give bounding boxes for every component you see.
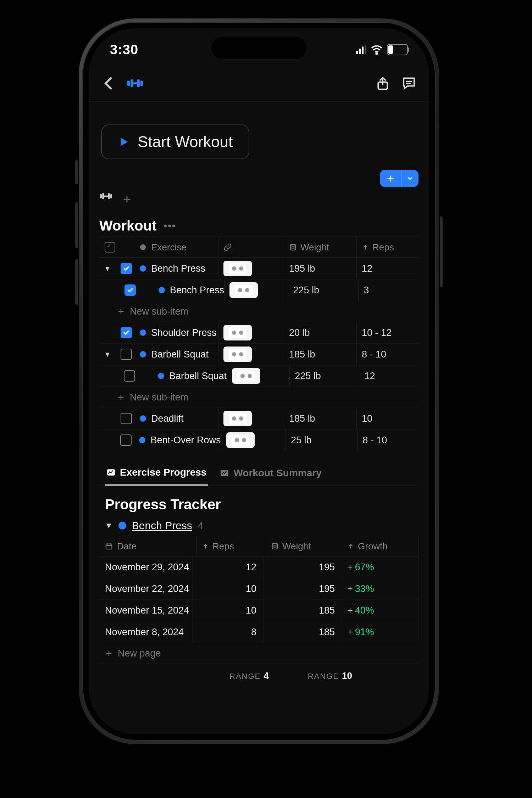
exercise-name: Shoulder Press — [151, 327, 217, 338]
chart-icon — [106, 468, 116, 477]
back-button[interactable] — [101, 76, 117, 91]
svg-rect-17 — [235, 285, 253, 295]
row-checkbox[interactable] — [120, 434, 132, 446]
dumbbell-icon[interactable] — [127, 76, 143, 91]
exercise-name: Barbell Squat — [169, 371, 227, 382]
table-header: Exercise Weight Reps — [99, 237, 419, 258]
table-row[interactable]: ▼Barbell Squat185 lb8 - 10 — [99, 344, 419, 365]
row-checkbox[interactable] — [124, 370, 135, 382]
exercise-name: Bench Press — [170, 285, 224, 296]
row-checkbox[interactable] — [121, 263, 132, 274]
column-weight[interactable]: Weight — [284, 237, 357, 257]
table-row[interactable]: Barbell Squat225 lb12 — [99, 365, 419, 387]
new-page-button[interactable]: New page — [99, 643, 419, 664]
exercise-thumbnail[interactable] — [226, 432, 255, 448]
tracker-growth: +67% — [342, 556, 419, 578]
tracker-growth: +40% — [342, 600, 419, 621]
tracker-row[interactable]: November 22, 202410195+33% — [99, 578, 419, 600]
new-sub-item-button[interactable]: New sub-item — [99, 301, 419, 322]
new-item-button[interactable] — [380, 170, 419, 187]
start-workout-label: Start Workout — [138, 133, 233, 151]
tracker-group-header[interactable]: ▼ Bench Press 4 — [99, 520, 419, 532]
reps-value: 3 — [364, 285, 369, 296]
tracker-column-weight[interactable]: Weight — [266, 536, 342, 556]
progress-tracker-title: Progress Tracker — [105, 497, 419, 512]
svg-rect-29 — [229, 413, 246, 424]
comments-button[interactable] — [401, 76, 417, 91]
svg-point-25 — [239, 352, 243, 356]
tracker-reps: 10 — [193, 600, 264, 621]
add-view-button[interactable] — [122, 194, 132, 204]
tracker-row[interactable]: November 29, 202412195+67% — [99, 556, 419, 578]
weight-value: 185 lb — [289, 413, 315, 424]
column-reps[interactable]: Reps — [357, 237, 419, 257]
table-row[interactable]: Deadlift185 lb10 — [99, 408, 419, 430]
svg-point-34 — [242, 438, 246, 442]
svg-rect-20 — [229, 327, 246, 338]
svg-point-31 — [239, 416, 243, 421]
exercise-thumbnail[interactable] — [229, 282, 258, 298]
row-checkbox[interactable] — [121, 349, 132, 360]
stack-icon — [289, 243, 297, 251]
status-bar: 3:30 24 — [89, 28, 429, 66]
exercise-thumbnail[interactable] — [232, 368, 260, 384]
svg-rect-10 — [108, 193, 110, 199]
battery-indicator: 24 — [387, 44, 408, 55]
row-checkbox[interactable] — [121, 413, 132, 424]
exercise-name: Bent-Over Rows — [150, 435, 221, 446]
svg-point-13 — [290, 244, 296, 246]
svg-rect-9 — [104, 195, 108, 197]
chart-icon — [220, 469, 229, 478]
exercise-thumbnail[interactable] — [223, 347, 252, 362]
table-row[interactable]: Shoulder Press20 lb10 - 12 — [99, 322, 419, 344]
exercise-thumbnail[interactable] — [223, 261, 252, 276]
table-row[interactable]: Bent-Over Rows25 lb8 - 10 — [99, 430, 419, 451]
status-dot-icon — [159, 287, 165, 293]
tracker-column-date[interactable]: Date — [99, 536, 197, 556]
start-workout-button[interactable]: Start Workout — [101, 124, 249, 159]
row-checkbox[interactable] — [124, 284, 136, 296]
row-checkbox[interactable] — [121, 327, 132, 338]
range-footer: RANGE4 RANGE10 — [99, 670, 419, 681]
tracker-column-reps[interactable]: Reps — [197, 536, 266, 556]
status-dot-icon — [158, 373, 164, 379]
section-menu[interactable]: ••• — [164, 220, 176, 232]
reps-value: 8 - 10 — [362, 349, 386, 360]
chevron-down-icon[interactable] — [401, 170, 419, 187]
column-exercise[interactable]: Exercise — [137, 237, 218, 257]
svg-point-12 — [140, 244, 146, 250]
weight-value: 225 lb — [295, 371, 321, 382]
phone-frame: 3:30 24 — [78, 18, 440, 745]
tracker-row[interactable]: November 8, 20248185+91% — [99, 621, 419, 643]
share-button[interactable] — [375, 76, 390, 91]
dynamic-island — [211, 36, 307, 60]
exercise-thumbnail[interactable] — [223, 411, 252, 426]
plus-icon — [105, 649, 113, 657]
table-row[interactable]: Bench Press225 lb3 — [99, 279, 419, 301]
new-sub-item-button[interactable]: New sub-item — [99, 387, 419, 408]
svg-rect-3 — [133, 82, 137, 84]
column-link[interactable] — [218, 237, 284, 257]
tab-exercise-progress[interactable]: Exercise Progress — [105, 462, 208, 486]
status-dot-icon — [140, 244, 146, 250]
tracker-column-growth[interactable]: Growth — [342, 536, 419, 556]
tracker-weight: 185 — [264, 621, 342, 643]
caret-down-icon[interactable]: ▼ — [104, 350, 111, 359]
exercise-name: Deadlift — [151, 413, 184, 424]
status-dot-icon — [140, 265, 146, 272]
caret-down-icon[interactable]: ▼ — [104, 265, 111, 273]
tracker-row[interactable]: November 15, 202410185+40% — [99, 600, 419, 621]
exercise-thumbnail[interactable] — [223, 325, 252, 340]
svg-rect-4 — [137, 79, 140, 87]
tracker-reps: 12 — [193, 556, 264, 578]
view-tab-dumbbell[interactable] — [100, 193, 112, 205]
svg-point-19 — [245, 288, 249, 292]
tracker-date: November 22, 2024 — [99, 578, 193, 599]
svg-rect-7 — [100, 194, 102, 198]
table-row[interactable]: ▼Bench Press195 lb12 — [99, 258, 419, 279]
exercise-name: Barbell Squat — [151, 349, 209, 360]
reps-value: 10 - 12 — [362, 327, 392, 338]
svg-rect-5 — [140, 81, 143, 86]
tab-workout-summary[interactable]: Workout Summary — [218, 462, 323, 486]
svg-rect-14 — [229, 263, 246, 274]
